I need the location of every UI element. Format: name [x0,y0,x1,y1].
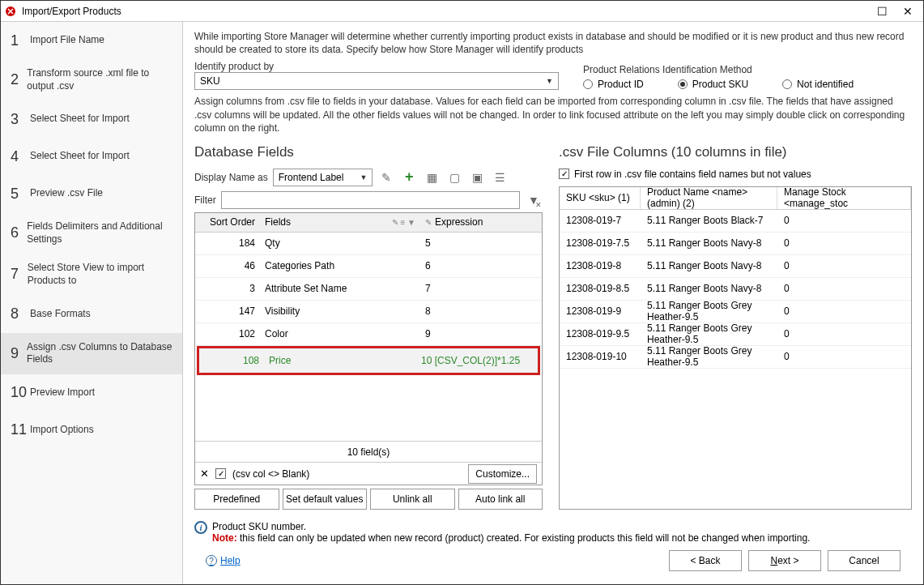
content-area: While importing Store Manager will deter… [183,22,923,584]
first-row-checkbox[interactable] [559,169,569,179]
step-9[interactable]: 9Assign .csv Columns to Database Fields [1,333,182,374]
wizard-steps-sidebar: 1Import File Name 2Transform source .xml… [1,22,183,584]
cancel-button[interactable]: Cancel [828,550,901,571]
titlebar: Import/Export Products ☐ ✕ [1,1,923,22]
step-7[interactable]: 7Select Store View to import Products to [1,254,182,295]
csv-col-stock[interactable]: Manage Stock <manage_stoc [777,187,911,209]
chevron-down-icon: ▼ [546,77,553,85]
identify-product-dropdown[interactable]: SKU ▼ [194,72,559,90]
step-1[interactable]: 1Import File Name [1,22,182,59]
radio-not-identified[interactable]: Not identified [782,79,854,90]
table-row[interactable]: 3Attribute Set Name7 [195,278,542,301]
db-fields-grid: Sort Order Fields✎ ≡ ▼ ✎Expression 184Qt… [194,212,543,485]
csv-row[interactable]: 12308-019-105.11 Ranger Boots Grey Heath… [560,346,911,369]
relation-method-label: Product Relations Identification Method [583,64,912,75]
csv-columns-title: .csv File Columns (10 columns in file) [559,144,912,160]
csv-col-label: (csv col <> Blank) [232,468,309,480]
step-8[interactable]: 8Base Formats [1,296,182,333]
window-title: Import/Export Products [22,6,870,17]
app-icon [4,5,17,18]
clear-filter-icon[interactable]: ▼✕ [525,191,543,209]
intro-text-1: While importing Store Manager will deter… [194,30,912,56]
csv-col-name[interactable]: Product Name <name> (admin) (2) [641,187,777,209]
pencil-icon: ✎ [425,218,432,227]
display-name-label: Display Name as [194,172,268,183]
step-2[interactable]: 2Transform source .xml file to output .c… [1,59,182,100]
identify-label: Identify product by [194,61,559,72]
intro-text-2: Assign columns from .csv file to fields … [194,95,912,135]
predefined-button[interactable]: Predefined [194,489,279,510]
add-icon[interactable]: + [400,169,418,186]
csv-row[interactable]: 12308-019-85.11 Ranger Boots Navy-80 [560,255,911,278]
csv-row[interactable]: 12308-019-7.55.11 Ranger Boots Navy-80 [560,233,911,255]
csv-columns-panel: .csv File Columns (10 columns in file) F… [559,144,912,510]
col-fields[interactable]: Fields✎ ≡ ▼ [260,216,420,228]
back-button[interactable]: < Back [669,550,742,571]
table-row-highlighted[interactable]: 108Price10 [CSV_COL(2)]*1.25 [197,346,540,375]
info-line-1: Product SKU number. [212,521,810,532]
set-default-button[interactable]: Set default values [283,489,368,510]
csv-row[interactable]: 12308-019-75.11 Ranger Boots Black-70 [560,210,911,233]
db-fields-title: Database Fields [194,144,543,160]
csv-col-sku[interactable]: SKU <sku> (1) [560,187,641,209]
help-link[interactable]: ? Help [206,555,241,566]
step-4[interactable]: 4Select Sheet for Import [1,138,182,175]
unlink-all-button[interactable]: Unlink all [370,489,455,510]
table-row[interactable]: 102Color9 [195,323,542,346]
info-line-2: Note: this field can only be updated whe… [212,532,810,544]
chevron-down-icon: ▼ [360,173,367,181]
filter-label: Filter [194,194,216,206]
info-note: i Product SKU number. Note: this field c… [194,521,912,544]
table-row[interactable]: 147Visibility8 [195,301,542,323]
database-fields-panel: Database Fields Display Name as Frontend… [194,144,543,510]
toolbar-icon-1[interactable]: ▦ [423,169,441,186]
radio-product-sku[interactable]: Product SKU [678,79,748,90]
toolbar-icon-3[interactable]: ▣ [468,169,486,186]
csv-row[interactable]: 12308-019-9.55.11 Ranger Boots Grey Heat… [560,323,911,346]
toolbar-icon-4[interactable]: ☰ [491,169,509,186]
autolink-all-button[interactable]: Auto link all [458,489,543,510]
clear-icon[interactable]: ✕ [200,468,209,480]
csv-grid: SKU <sku> (1) Product Name <name> (admin… [559,186,912,510]
col-sort-order[interactable]: Sort Order [195,216,260,228]
toolbar-icon-2[interactable]: ▢ [445,169,463,186]
display-name-dropdown[interactable]: Frontend Label ▼ [273,169,373,186]
next-button[interactable]: Next > [748,550,821,571]
filter-input[interactable] [221,191,520,209]
grid-footer: 10 field(s) [195,441,542,462]
step-5[interactable]: 5Preview .csv File [1,175,182,212]
info-icon: i [194,521,207,534]
table-row[interactable]: 46Categories Path6 [195,255,542,278]
close-button[interactable]: ✕ [896,3,920,19]
help-icon: ? [206,555,217,566]
step-3[interactable]: 3Select Sheet for Import [1,100,182,138]
first-row-label: First row in .csv file contains field na… [574,169,811,180]
step-10[interactable]: 10Preview Import [1,374,182,412]
grid-filter-bar: ✕ (csv col <> Blank) Customize... [195,462,542,485]
csv-col-checkbox[interactable] [215,468,226,479]
step-6[interactable]: 6Fields Delimiters and Additional Settin… [1,212,182,254]
radio-product-id[interactable]: Product ID [583,79,644,90]
step-11[interactable]: 11Import Options [1,412,182,449]
maximize-button[interactable]: ☐ [870,3,894,19]
customize-button[interactable]: Customize... [468,464,537,484]
col-expression[interactable]: ✎Expression [420,216,542,228]
csv-row[interactable]: 12308-019-95.11 Ranger Boots Grey Heathe… [560,301,911,323]
table-row[interactable]: 184Qty5 [195,233,542,255]
wizard-footer: ? Help < Back Next > Cancel [194,544,912,578]
csv-row[interactable]: 12308-019-8.55.11 Ranger Boots Navy-80 [560,278,911,301]
col-icons: ✎ ≡ ▼ [392,218,415,227]
edit-icon[interactable]: ✎ [377,169,395,186]
